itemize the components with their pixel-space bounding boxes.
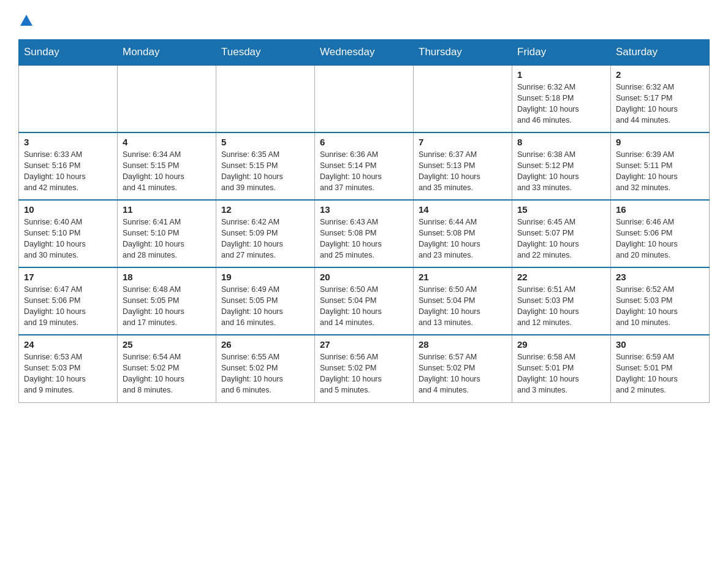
day-number: 25 (123, 339, 211, 350)
day-info: Sunrise: 6:57 AM Sunset: 5:02 PM Dayligh… (419, 351, 507, 396)
calendar-cell: 23Sunrise: 6:52 AM Sunset: 5:03 PM Dayli… (611, 267, 710, 335)
calendar-cell: 16Sunrise: 6:46 AM Sunset: 5:06 PM Dayli… (611, 200, 710, 267)
calendar-header-row: SundayMondayTuesdayWednesdayThursdayFrid… (19, 40, 710, 66)
logo-triangle-icon (20, 13, 33, 27)
day-number: 8 (517, 137, 605, 147)
day-number: 21 (419, 272, 507, 282)
calendar-cell: 6Sunrise: 6:36 AM Sunset: 5:14 PM Daylig… (315, 132, 414, 200)
column-header-tuesday: Tuesday (216, 40, 315, 66)
day-number: 20 (320, 272, 408, 282)
calendar-cell: 15Sunrise: 6:45 AM Sunset: 5:07 PM Dayli… (512, 200, 611, 267)
day-info: Sunrise: 6:43 AM Sunset: 5:08 PM Dayligh… (320, 216, 408, 261)
calendar-week-row: 17Sunrise: 6:47 AM Sunset: 5:06 PM Dayli… (19, 267, 710, 335)
calendar-cell: 3Sunrise: 6:33 AM Sunset: 5:16 PM Daylig… (19, 132, 118, 200)
column-header-sunday: Sunday (19, 40, 118, 66)
day-info: Sunrise: 6:50 AM Sunset: 5:04 PM Dayligh… (320, 284, 408, 329)
day-number: 12 (221, 204, 309, 215)
calendar-cell: 10Sunrise: 6:40 AM Sunset: 5:10 PM Dayli… (19, 200, 118, 267)
calendar-cell: 17Sunrise: 6:47 AM Sunset: 5:06 PM Dayli… (19, 267, 118, 335)
calendar-cell: 18Sunrise: 6:48 AM Sunset: 5:05 PM Dayli… (118, 267, 216, 335)
day-number: 30 (616, 339, 704, 350)
day-info: Sunrise: 6:48 AM Sunset: 5:05 PM Dayligh… (123, 284, 211, 329)
calendar-cell: 21Sunrise: 6:50 AM Sunset: 5:04 PM Dayli… (414, 267, 512, 335)
calendar-cell: 25Sunrise: 6:54 AM Sunset: 5:02 PM Dayli… (118, 335, 216, 402)
calendar-cell (414, 65, 512, 132)
calendar-cell: 8Sunrise: 6:38 AM Sunset: 5:12 PM Daylig… (512, 132, 611, 200)
day-info: Sunrise: 6:39 AM Sunset: 5:11 PM Dayligh… (616, 149, 704, 194)
day-number: 22 (517, 272, 605, 282)
day-number: 19 (221, 272, 309, 282)
day-number: 9 (616, 137, 704, 147)
day-number: 13 (320, 204, 408, 215)
day-info: Sunrise: 6:35 AM Sunset: 5:15 PM Dayligh… (221, 149, 309, 194)
day-number: 18 (123, 272, 211, 282)
svg-marker-0 (20, 15, 32, 26)
day-info: Sunrise: 6:36 AM Sunset: 5:14 PM Dayligh… (320, 149, 408, 194)
day-info: Sunrise: 6:58 AM Sunset: 5:01 PM Dayligh… (517, 351, 605, 396)
day-number: 16 (616, 204, 704, 215)
day-number: 15 (517, 204, 605, 215)
calendar-cell: 9Sunrise: 6:39 AM Sunset: 5:11 PM Daylig… (611, 132, 710, 200)
column-header-monday: Monday (118, 40, 216, 66)
day-number: 1 (517, 69, 605, 80)
day-number: 6 (320, 137, 408, 147)
calendar-week-row: 10Sunrise: 6:40 AM Sunset: 5:10 PM Dayli… (19, 200, 710, 267)
day-info: Sunrise: 6:50 AM Sunset: 5:04 PM Dayligh… (419, 284, 507, 329)
calendar-cell: 13Sunrise: 6:43 AM Sunset: 5:08 PM Dayli… (315, 200, 414, 267)
day-info: Sunrise: 6:56 AM Sunset: 5:02 PM Dayligh… (320, 351, 408, 396)
day-number: 26 (221, 339, 309, 350)
calendar-cell (19, 65, 118, 132)
day-info: Sunrise: 6:42 AM Sunset: 5:09 PM Dayligh… (221, 216, 309, 261)
calendar-cell: 14Sunrise: 6:44 AM Sunset: 5:08 PM Dayli… (414, 200, 512, 267)
day-info: Sunrise: 6:52 AM Sunset: 5:03 PM Dayligh… (616, 284, 704, 329)
day-info: Sunrise: 6:51 AM Sunset: 5:03 PM Dayligh… (517, 284, 605, 329)
calendar-cell: 7Sunrise: 6:37 AM Sunset: 5:13 PM Daylig… (414, 132, 512, 200)
column-header-wednesday: Wednesday (315, 40, 414, 66)
day-number: 17 (24, 272, 112, 282)
calendar-cell: 22Sunrise: 6:51 AM Sunset: 5:03 PM Dayli… (512, 267, 611, 335)
calendar-cell (315, 65, 414, 132)
day-info: Sunrise: 6:40 AM Sunset: 5:10 PM Dayligh… (24, 216, 112, 261)
day-info: Sunrise: 6:47 AM Sunset: 5:06 PM Dayligh… (24, 284, 112, 329)
day-info: Sunrise: 6:54 AM Sunset: 5:02 PM Dayligh… (123, 351, 211, 396)
calendar-cell: 12Sunrise: 6:42 AM Sunset: 5:09 PM Dayli… (216, 200, 315, 267)
day-info: Sunrise: 6:41 AM Sunset: 5:10 PM Dayligh… (123, 216, 211, 261)
day-number: 24 (24, 339, 112, 350)
day-info: Sunrise: 6:38 AM Sunset: 5:12 PM Dayligh… (517, 149, 605, 194)
calendar-cell: 4Sunrise: 6:34 AM Sunset: 5:15 PM Daylig… (118, 132, 216, 200)
calendar-cell: 27Sunrise: 6:56 AM Sunset: 5:02 PM Dayli… (315, 335, 414, 402)
column-header-thursday: Thursday (414, 40, 512, 66)
day-info: Sunrise: 6:46 AM Sunset: 5:06 PM Dayligh… (616, 216, 704, 261)
day-number: 14 (419, 204, 507, 215)
calendar-cell: 24Sunrise: 6:53 AM Sunset: 5:03 PM Dayli… (19, 335, 118, 402)
column-header-friday: Friday (512, 40, 611, 66)
day-number: 29 (517, 339, 605, 350)
calendar-cell: 29Sunrise: 6:58 AM Sunset: 5:01 PM Dayli… (512, 335, 611, 402)
calendar-cell: 26Sunrise: 6:55 AM Sunset: 5:02 PM Dayli… (216, 335, 315, 402)
day-info: Sunrise: 6:55 AM Sunset: 5:02 PM Dayligh… (221, 351, 309, 396)
day-number: 10 (24, 204, 112, 215)
day-number: 23 (616, 272, 704, 282)
calendar-week-row: 1Sunrise: 6:32 AM Sunset: 5:18 PM Daylig… (19, 65, 710, 132)
day-number: 27 (320, 339, 408, 350)
day-info: Sunrise: 6:32 AM Sunset: 5:17 PM Dayligh… (616, 82, 704, 126)
day-number: 28 (419, 339, 507, 350)
calendar-cell: 19Sunrise: 6:49 AM Sunset: 5:05 PM Dayli… (216, 267, 315, 335)
day-number: 11 (123, 204, 211, 215)
page-header (18, 12, 710, 27)
calendar-cell (118, 65, 216, 132)
day-info: Sunrise: 6:45 AM Sunset: 5:07 PM Dayligh… (517, 216, 605, 261)
calendar-week-row: 3Sunrise: 6:33 AM Sunset: 5:16 PM Daylig… (19, 132, 710, 200)
day-info: Sunrise: 6:34 AM Sunset: 5:15 PM Dayligh… (123, 149, 211, 194)
calendar-cell: 5Sunrise: 6:35 AM Sunset: 5:15 PM Daylig… (216, 132, 315, 200)
day-info: Sunrise: 6:49 AM Sunset: 5:05 PM Dayligh… (221, 284, 309, 329)
calendar-cell: 2Sunrise: 6:32 AM Sunset: 5:17 PM Daylig… (611, 65, 710, 132)
calendar-cell: 28Sunrise: 6:57 AM Sunset: 5:02 PM Dayli… (414, 335, 512, 402)
calendar-table: SundayMondayTuesdayWednesdayThursdayFrid… (18, 39, 710, 403)
day-info: Sunrise: 6:53 AM Sunset: 5:03 PM Dayligh… (24, 351, 112, 396)
day-info: Sunrise: 6:59 AM Sunset: 5:01 PM Dayligh… (616, 351, 704, 396)
day-number: 3 (24, 137, 112, 147)
column-header-saturday: Saturday (611, 40, 710, 66)
calendar-cell (216, 65, 315, 132)
day-number: 2 (616, 69, 704, 80)
